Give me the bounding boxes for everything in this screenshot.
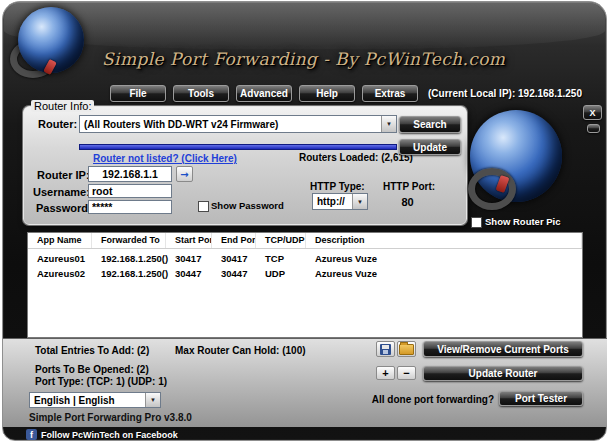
column-header[interactable]: TCP/UDP (256, 233, 306, 248)
router-ip-label: Router IP: (37, 169, 90, 181)
current-local-ip-label: (Current Local IP): 192.168.1.250 (428, 88, 582, 99)
cell-end-port: 30447 (212, 266, 256, 281)
language-select-value: English | English (30, 395, 145, 406)
all-done-label: All done port forwarding? (368, 394, 494, 405)
column-header[interactable]: App Name (28, 233, 92, 248)
open-folder-icon (399, 344, 414, 355)
update-router-button[interactable]: Update Router (423, 366, 583, 381)
facebook-follow-link[interactable]: Follow PcWinTech on Facebook (41, 430, 178, 440)
search-button[interactable]: Search (399, 116, 461, 133)
router-select-value: (All Routers With DD-WRT v24 Firmware) (80, 119, 381, 130)
http-port-label: HTTP Port: (383, 181, 435, 192)
router-select[interactable]: (All Routers With DD-WRT v24 Firmware) ▼ (79, 115, 397, 133)
cable-ring-icon (468, 168, 516, 210)
password-input[interactable] (88, 200, 172, 214)
app-window: Simple Port Forwarding - By PcWinTech.co… (0, 0, 610, 443)
column-header[interactable]: End Port (212, 233, 256, 248)
cell-forwarded-to: 192.168.1.250() (92, 266, 166, 281)
cell-forwarded-to: 192.168.1.250() (92, 251, 166, 266)
dropdown-arrow-icon: ▼ (352, 194, 367, 209)
cell-app-name: Azureus01 (28, 251, 92, 266)
column-header[interactable]: Start Port (166, 233, 212, 248)
open-list-button[interactable] (397, 341, 416, 357)
menu-advanced-button[interactable]: Advanced (236, 85, 292, 102)
menu-bar: File Tools Advanced Help Extras (Current… (110, 85, 582, 102)
cell-tcp-udp: TCP (256, 251, 306, 266)
cell-description: Azureus Vuze (306, 266, 582, 281)
routers-loaded-label: Routers Loaded: (2,615) (299, 152, 413, 163)
menu-help-button[interactable]: Help (299, 85, 355, 102)
cell-description: Azureus Vuze (306, 251, 582, 266)
show-password-checkbox[interactable] (198, 201, 209, 212)
cell-start-port: 30417 (166, 251, 212, 266)
ports-table: App Name Forwarded To Start Port End Por… (27, 232, 583, 338)
language-select[interactable]: English | English ▼ (29, 392, 161, 408)
total-entries-label: Total Entries To Add: (2) (35, 345, 149, 356)
port-tester-button[interactable]: Port Tester (499, 391, 583, 406)
close-button[interactable]: X (583, 105, 602, 120)
http-type-label: HTTP Type: (310, 181, 365, 192)
username-input[interactable] (88, 184, 172, 198)
router-info-legend: Router Info: (31, 100, 94, 112)
menu-tools-button[interactable]: Tools (173, 85, 229, 102)
table-row[interactable]: Azureus02 192.168.1.250() 30447 30447 UD… (28, 266, 582, 281)
show-router-pic-checkbox[interactable] (471, 217, 482, 228)
menu-extras-button[interactable]: Extras (362, 85, 418, 102)
menu-file-button[interactable]: File (110, 85, 166, 102)
update-button[interactable]: Update (399, 139, 461, 155)
app-title: Simple Port Forwarding - By PcWinTech.co… (102, 49, 505, 69)
max-hold-label: Max Router Can Hold: (100) (175, 345, 306, 356)
remove-entry-button[interactable]: − (397, 366, 416, 380)
router-ip-input[interactable] (88, 166, 172, 182)
table-row[interactable]: Azureus01 192.168.1.250() 30417 30417 TC… (28, 251, 582, 266)
dropdown-arrow-icon: ▼ (145, 393, 160, 407)
show-password-label: Show Password (211, 200, 284, 211)
save-list-button[interactable] (376, 341, 395, 357)
http-type-value: http:// (313, 196, 352, 207)
cell-end-port: 30417 (212, 251, 256, 266)
show-router-pic-label: Show Router Pic (485, 216, 560, 227)
save-icon (380, 344, 391, 355)
http-type-select[interactable]: http:// ▼ (312, 193, 368, 210)
app-version-label: Simple Port Forwarding Pro v3.8.0 (29, 412, 192, 423)
http-port-value[interactable]: 80 (385, 196, 430, 208)
minimize-button[interactable] (587, 124, 600, 133)
router-load-progress-bar (79, 144, 397, 150)
username-label: Username: (33, 186, 90, 198)
dropdown-arrow-icon: ▼ (381, 116, 396, 132)
cell-tcp-udp: UDP (256, 266, 306, 281)
column-header[interactable]: Description (306, 233, 582, 248)
view-remove-ports-button[interactable]: View/Remove Current Ports (423, 341, 583, 357)
ports-to-open-label: Ports To Be Opened: (2) (35, 364, 149, 375)
detect-ip-icon[interactable]: → (176, 166, 193, 182)
cell-app-name: Azureus02 (28, 266, 92, 281)
cell-start-port: 30447 (166, 266, 212, 281)
password-label: Password: (36, 202, 92, 214)
router-label: Router: (38, 118, 77, 130)
column-header[interactable]: Forwarded To (92, 233, 166, 248)
add-entry-button[interactable]: + (376, 366, 395, 380)
table-header-row: App Name Forwarded To Start Port End Por… (28, 233, 582, 249)
facebook-icon[interactable]: f (26, 429, 37, 440)
port-type-label: Port Type: (TCP: 1) (UDP: 1) (35, 376, 167, 387)
router-not-listed-link[interactable]: Router not listed? (Click Here) (93, 153, 237, 164)
